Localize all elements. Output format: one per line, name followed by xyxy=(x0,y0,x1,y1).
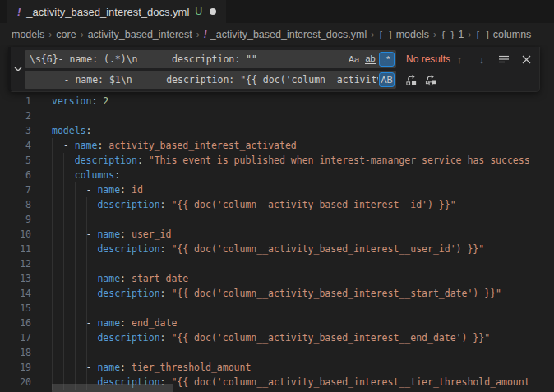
regex-button[interactable]: .* xyxy=(379,52,395,67)
code-line[interactable]: 15 xyxy=(0,301,554,316)
breadcrumb-label: models xyxy=(396,29,429,40)
code-line[interactable]: 4 - name: activity_based_interest_activa… xyxy=(0,138,554,153)
whole-word-button[interactable]: ab xyxy=(362,52,378,67)
code-line[interactable]: 8 description: "{{ doc('column__activity… xyxy=(0,197,554,212)
code-line[interactable]: 7 - name: id xyxy=(0,182,554,197)
breadcrumb: models›core›activity_based_interest›!_ac… xyxy=(0,23,554,45)
chevron-down-icon xyxy=(14,67,22,72)
find-replace-widget: \s{6}- name: (.*)\n description: "" Aa a… xyxy=(8,47,540,92)
breadcrumb-item-columns[interactable]: [ ]columns xyxy=(475,29,531,40)
line-number[interactable]: 18 xyxy=(0,345,31,360)
breadcrumb-label: models xyxy=(12,29,44,40)
code-text: description: "{{ doc('column__activity_b… xyxy=(31,330,490,345)
breadcrumb-label: core xyxy=(56,29,76,40)
code-text: - name: end_date xyxy=(31,316,177,330)
toggle-replace-button[interactable] xyxy=(11,50,25,88)
line-number[interactable]: 6 xyxy=(0,168,31,182)
code-line[interactable]: 11 description: "{{ doc('column__activit… xyxy=(0,242,554,256)
breadcrumb-separator-icon: › xyxy=(468,29,471,40)
code-line[interactable]: 5 description: "This event is published … xyxy=(0,153,554,168)
code-text xyxy=(31,345,52,360)
line-number[interactable]: 3 xyxy=(0,123,31,138)
tab-activity-based-interest-docs[interactable]: ! _activity_based_interest_docs.yml U xyxy=(7,0,226,23)
line-number[interactable]: 8 xyxy=(0,197,31,212)
line-number[interactable]: 9 xyxy=(0,212,31,227)
code-text xyxy=(31,108,52,123)
code-line[interactable]: 13 - name: start_date xyxy=(0,271,554,286)
replace-input[interactable]: - name: $1\n description: "{{ doc('colum… xyxy=(25,71,396,89)
code-text: columns: xyxy=(31,168,120,182)
code-line[interactable]: 10 - name: user_id xyxy=(0,227,554,242)
code-line[interactable]: 18 xyxy=(0,345,554,360)
find-status-label: No results xyxy=(406,53,450,65)
unsaved-changes-dot[interactable] xyxy=(210,8,216,15)
breadcrumb-separator-icon: › xyxy=(433,29,436,40)
find-in-selection-button[interactable] xyxy=(496,51,512,67)
line-number[interactable]: 7 xyxy=(0,182,31,197)
breadcrumb-item-core[interactable]: core xyxy=(56,29,76,40)
line-number[interactable]: 20 xyxy=(0,375,31,390)
preserve-case-button[interactable]: AB xyxy=(379,72,395,87)
code-line[interactable]: 6 columns: xyxy=(0,168,554,182)
line-number[interactable]: 19 xyxy=(0,360,31,375)
breadcrumb-item-_activity_based_interest_docs.yml[interactable]: !_activity_based_interest_docs.yml xyxy=(204,29,367,40)
code-line[interactable]: 9 xyxy=(0,212,554,227)
previous-match-button[interactable]: ↑ xyxy=(451,51,468,67)
code-text: - name: id xyxy=(31,182,143,197)
line-number[interactable]: 17 xyxy=(0,330,31,345)
line-number[interactable]: 11 xyxy=(0,242,31,256)
find-query-text: \s{6}- name: (.*)\n description: "" xyxy=(30,53,345,65)
breadcrumb-item-models[interactable]: [ ]models xyxy=(378,29,429,40)
line-number[interactable]: 14 xyxy=(0,286,31,301)
selection-lines-icon xyxy=(498,54,510,64)
line-number[interactable]: 10 xyxy=(0,227,31,242)
code-line[interactable]: 1version: 2 xyxy=(0,94,554,108)
find-input[interactable]: \s{6}- name: (.*)\n description: "" Aa a… xyxy=(25,50,396,68)
code-text xyxy=(31,301,52,316)
code-text: version: 2 xyxy=(31,94,108,108)
breadcrumb-item-1[interactable]: { }1 xyxy=(441,29,464,40)
git-status-badge: U xyxy=(195,6,202,17)
replace-value-text: - name: $1\n description: "{{ doc('colum… xyxy=(30,74,378,85)
code-text: - name: activity_based_interest_activate… xyxy=(31,138,297,153)
code-text: - name: user_id xyxy=(31,227,171,242)
breadcrumb-label: columns xyxy=(493,29,532,40)
horizontal-scrollbar-thumb[interactable] xyxy=(52,384,173,392)
line-number[interactable]: 16 xyxy=(0,316,31,330)
breadcrumb-separator-icon: › xyxy=(81,29,84,40)
editor[interactable]: \s{6}- name: (.*)\n description: "" Aa a… xyxy=(0,45,554,392)
replace-all-button[interactable] xyxy=(422,71,439,88)
code-text: description: "This event is published wh… xyxy=(31,153,530,168)
replace-row: - name: $1\n description: "{{ doc('colum… xyxy=(25,71,534,89)
line-number[interactable]: 5 xyxy=(0,153,31,168)
close-find-widget-button[interactable] xyxy=(518,51,534,67)
line-number[interactable]: 12 xyxy=(0,256,31,271)
code-line[interactable]: 17 description: "{{ doc('column__activit… xyxy=(0,330,554,345)
code-line[interactable]: 14 description: "{{ doc('column__activit… xyxy=(0,286,554,301)
code-text xyxy=(31,256,52,271)
code-line[interactable]: 12 xyxy=(0,256,554,271)
replace-button[interactable] xyxy=(403,71,419,88)
breadcrumb-separator-icon: › xyxy=(371,29,374,40)
yaml-file-icon: ! xyxy=(204,29,207,40)
code-text: description: "{{ doc('column__activity_b… xyxy=(31,242,484,256)
code-line[interactable]: 19 - name: tier_threshold_amount xyxy=(0,360,554,375)
breadcrumb-item-models[interactable]: models xyxy=(12,29,44,40)
line-number[interactable]: 4 xyxy=(0,138,31,153)
breadcrumb-label: activity_based_interest xyxy=(88,29,192,40)
replace-icon xyxy=(405,74,418,86)
line-number[interactable]: 15 xyxy=(0,301,31,316)
code-text: description: "{{ doc('column__activity_b… xyxy=(31,197,456,212)
code-line[interactable]: 3models: xyxy=(0,123,554,138)
symbol-object-icon: { } xyxy=(441,30,455,39)
line-number[interactable]: 1 xyxy=(0,94,31,108)
close-icon xyxy=(522,55,531,64)
code-line[interactable]: 2 xyxy=(0,108,554,123)
line-number[interactable]: 13 xyxy=(0,271,31,286)
next-match-button[interactable]: ↓ xyxy=(473,51,490,67)
breadcrumb-item-activity_based_interest[interactable]: activity_based_interest xyxy=(88,29,192,40)
code-line[interactable]: 16 - name: end_date xyxy=(0,316,554,330)
find-row: \s{6}- name: (.*)\n description: "" Aa a… xyxy=(25,50,534,68)
match-case-button[interactable]: Aa xyxy=(346,52,362,67)
line-number[interactable]: 2 xyxy=(0,108,31,123)
